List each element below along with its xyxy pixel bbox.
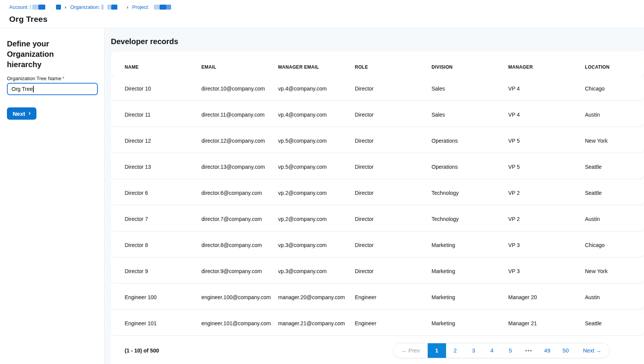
page-number-button[interactable]: 2: [446, 343, 464, 358]
table-row: Engineer 101 engineer.101@company.com ma…: [111, 311, 644, 335]
table-row: Director 7 director.7@company.com vp.2@c…: [111, 207, 644, 231]
breadcrumb-item-account: Account:: [9, 4, 61, 10]
chevron-right-icon: ›: [127, 4, 128, 10]
cell-name: Engineer 101: [125, 320, 201, 326]
cell-location: New York: [585, 138, 638, 144]
cell-email: engineer.100@company.com: [201, 294, 278, 300]
next-button[interactable]: Next ›: [7, 107, 36, 120]
chevron-right-icon: ›: [65, 4, 66, 10]
header-cell: ROLE: [355, 64, 432, 70]
cell-division: Technology: [432, 216, 508, 222]
pagination: ← Prev 1 2 3 4 5: [393, 343, 610, 358]
cell-division: Sales: [432, 86, 508, 92]
breadcrumb-item-organization: Organization:: [70, 4, 117, 10]
cell-name: Director 10: [125, 86, 201, 92]
cell-email: director.12@company.com: [201, 138, 278, 144]
main-content: Developer records NAME EMAIL MANAGER EMA…: [105, 28, 644, 364]
required-asterisk: *: [63, 76, 64, 81]
breadcrumb-link-project[interactable]: Project:: [132, 4, 149, 10]
page-number-button[interactable]: 49: [538, 343, 557, 358]
cell-manager-email: vp.2@company.com: [278, 190, 355, 196]
cell-manager-email: vp.5@company.com: [278, 164, 355, 170]
cell-location: Chicago: [585, 242, 638, 248]
cell-manager: VP 2: [508, 216, 585, 222]
page-number-button[interactable]: 1: [428, 343, 446, 358]
developer-records-heading: Developer records: [111, 36, 644, 47]
org-tree-sidebar: Define your Organization hierarchy Organ…: [0, 28, 105, 364]
cell-division: Operations: [432, 164, 508, 170]
breadcrumb-link-organization[interactable]: Organization:: [70, 4, 100, 10]
cell-email: director.13@company.com: [201, 164, 278, 170]
cell-name: Director 8: [125, 242, 201, 248]
chevron-right-icon: ›: [29, 110, 31, 116]
page-number-button[interactable]: 5: [501, 343, 520, 358]
breadcrumb-item-project: Project:: [132, 4, 171, 10]
header-cell: MANAGER: [508, 64, 585, 70]
results-count: (1 - 10) of 500: [125, 348, 159, 354]
breadcrumb: Account: › Organization: › Project:: [9, 4, 644, 10]
table-row: Director 10 director.10@company.com vp.4…: [111, 77, 644, 100]
table-row: Director 11 director.11@company.com vp.4…: [111, 103, 644, 127]
cell-location: Seattle: [585, 190, 638, 196]
header-cell: DIVISION: [432, 64, 508, 70]
cell-email: director.6@company.com: [201, 190, 278, 196]
cell-manager: VP 2: [508, 190, 585, 196]
cell-division: Operations: [432, 138, 508, 144]
table-row: Director 9 director.9@company.com vp.3@c…: [111, 259, 644, 283]
header-cell: EMAIL: [201, 64, 278, 70]
cell-role: Director: [355, 112, 432, 118]
header-cell: NAME: [125, 64, 201, 70]
cell-email: director.11@company.com: [201, 112, 278, 118]
page-title: Org Trees: [9, 15, 644, 24]
cell-name: Director 9: [125, 268, 201, 274]
cell-role: Engineer: [355, 294, 432, 300]
next-page-button[interactable]: Next →: [575, 343, 609, 358]
cell-email: director.7@company.com: [201, 216, 278, 222]
page-number-button[interactable]: 50: [557, 343, 575, 358]
cell-manager: Manager 20: [508, 294, 585, 300]
cell-email: engineer.101@company.com: [201, 320, 278, 326]
developer-records-card: NAME EMAIL MANAGER EMAIL ROLE DIVISION M…: [111, 51, 644, 364]
org-tree-name-value: Org Tree: [12, 86, 33, 92]
prev-page-button[interactable]: ← Prev: [394, 343, 427, 358]
cell-name: Engineer 100: [125, 294, 201, 300]
header-cell: LOCATION: [585, 64, 638, 70]
page-number-button[interactable]: •••: [520, 343, 538, 358]
text-caret: [33, 86, 34, 92]
cell-name: Director 11: [125, 112, 201, 118]
cell-manager-email: vp.4@company.com: [278, 112, 355, 118]
cell-role: Director: [355, 138, 432, 144]
cell-email: director.9@company.com: [201, 268, 278, 274]
table-header-row: NAME EMAIL MANAGER EMAIL ROLE DIVISION M…: [111, 51, 644, 77]
cell-location: Seattle: [585, 320, 638, 326]
cell-location: Austin: [585, 112, 638, 118]
cell-manager-email: vp.4@company.com: [278, 86, 355, 92]
redacted-organization-value: [100, 5, 117, 10]
cell-manager-email: manager.20@company.com: [278, 294, 355, 300]
cell-role: Director: [355, 268, 432, 274]
sidebar-heading: Define your Organization hierarchy: [7, 39, 89, 70]
cell-name: Director 7: [125, 216, 201, 222]
cell-manager: VP 5: [508, 138, 585, 144]
cell-division: Marketing: [432, 242, 508, 248]
header-cell: MANAGER EMAIL: [278, 64, 355, 70]
cell-manager-email: vp.3@company.com: [278, 268, 355, 274]
redacted-project-value: [149, 5, 171, 10]
cell-manager: VP 3: [508, 242, 585, 248]
tree-name-label: Organization Tree Name*: [7, 76, 97, 81]
cell-manager-email: vp.2@company.com: [278, 216, 355, 222]
page-number-button[interactable]: 3: [464, 343, 483, 358]
cell-name: Director 6: [125, 190, 201, 196]
redacted-account-value: [29, 5, 61, 10]
cell-location: Austin: [585, 294, 638, 300]
breadcrumb-link-account[interactable]: Account:: [9, 4, 29, 10]
cell-role: Director: [355, 216, 432, 222]
cell-email: director.10@company.com: [201, 86, 278, 92]
org-tree-name-input[interactable]: Org Tree: [7, 83, 98, 95]
page-number-button[interactable]: 4: [483, 343, 501, 358]
cell-location: Austin: [585, 216, 638, 222]
cell-division: Marketing: [432, 294, 508, 300]
cell-manager: VP 5: [508, 164, 585, 170]
table-row: Director 13 director.13@company.com vp.5…: [111, 155, 644, 179]
app-header: Account: › Organization: › Project: Org …: [0, 0, 644, 28]
